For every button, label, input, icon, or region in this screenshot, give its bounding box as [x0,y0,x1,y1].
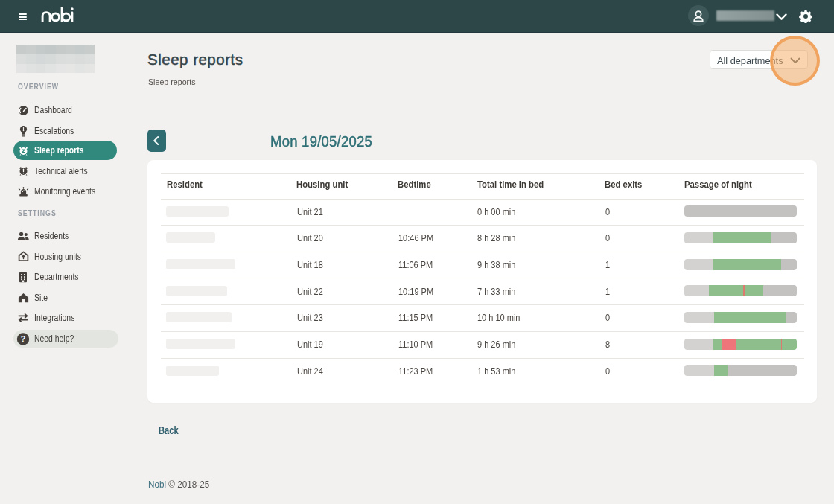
svg-text:?: ? [21,334,26,343]
